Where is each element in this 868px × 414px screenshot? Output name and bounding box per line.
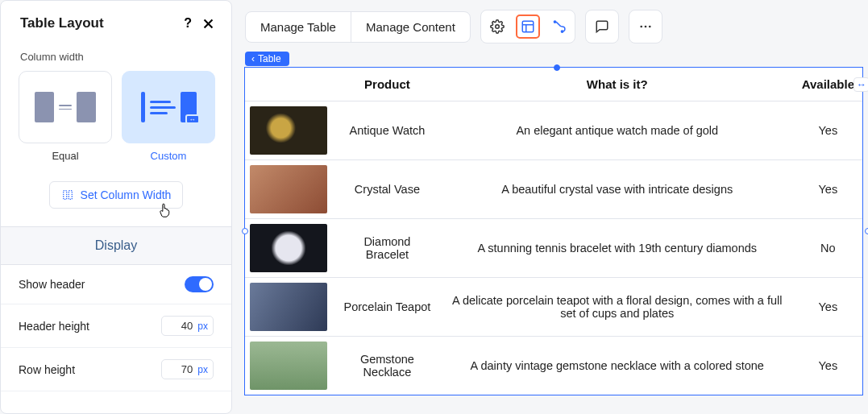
row-product: Gemstone Necklace xyxy=(334,337,441,395)
row-what: A beautiful crystal vase with intricate … xyxy=(441,160,794,219)
show-header-row: Show header xyxy=(1,265,231,304)
show-header-toggle[interactable] xyxy=(185,276,214,292)
svg-rect-1 xyxy=(69,191,72,200)
tab-manage-table[interactable]: Manage Table xyxy=(246,12,351,42)
row-thumbnail xyxy=(245,219,334,278)
svg-point-2 xyxy=(496,25,500,29)
row-thumbnail xyxy=(245,337,334,395)
close-icon[interactable] xyxy=(201,17,215,31)
panel-title: Table Layout xyxy=(20,15,104,31)
animate-icon[interactable] xyxy=(546,14,571,39)
svg-rect-0 xyxy=(63,191,66,200)
resize-width-icon[interactable]: ↔ xyxy=(853,77,868,92)
svg-point-4 xyxy=(554,21,555,23)
layout-icon[interactable] xyxy=(516,14,540,39)
table-header-row: Product What is it? Available xyxy=(245,68,862,101)
data-table: Product What is it? Available Antique Wa… xyxy=(245,68,862,395)
tool-icon-group xyxy=(480,10,575,43)
row-what: A delicate porcelain teapot with a flora… xyxy=(441,278,794,337)
row-what: An elegant antique watch made of gold xyxy=(441,101,794,160)
header-height-input[interactable]: px xyxy=(161,316,214,336)
row-thumbnail xyxy=(245,101,334,160)
table-row[interactable]: Diamond BraceletA stunning tennis bracel… xyxy=(245,219,862,278)
set-column-width-label: Set Column Width xyxy=(81,188,172,201)
width-option-custom-label: Custom xyxy=(151,150,187,162)
row-available: No xyxy=(794,219,862,278)
row-product: Diamond Bracelet xyxy=(334,219,441,278)
set-column-width-button[interactable]: Set Column Width xyxy=(49,181,184,209)
width-option-equal-label: Equal xyxy=(52,150,78,162)
table-row[interactable]: Antique WatchAn elegant antique watch ma… xyxy=(245,101,862,160)
col-what: What is it? xyxy=(441,68,794,101)
table-row[interactable]: Porcelain TeapotA delicate porcelain tea… xyxy=(245,278,862,337)
main-area: Manage Table Manage Content Table xyxy=(232,0,868,414)
selection-handle-right[interactable] xyxy=(865,228,868,234)
row-what: A dainty vintage gemstone necklace with … xyxy=(441,337,794,395)
table-row[interactable]: Gemstone NecklaceA dainty vintage gemsto… xyxy=(245,337,862,395)
table-layout-panel: Table Layout ? Column width Equal xyxy=(0,0,232,414)
svg-point-6 xyxy=(640,26,642,28)
row-height-label: Row height xyxy=(19,363,75,376)
row-product: Porcelain Teapot xyxy=(334,278,441,337)
row-height-row: Row height px xyxy=(1,348,231,391)
display-section-header: Display xyxy=(1,227,231,265)
width-option-equal[interactable]: Equal xyxy=(19,71,112,162)
panel-header: Table Layout ? xyxy=(1,1,231,43)
header-height-row: Header height px xyxy=(1,304,231,348)
manage-tabs: Manage Table Manage Content xyxy=(245,11,471,43)
row-thumbnail xyxy=(245,278,334,337)
width-option-custom[interactable]: Custom xyxy=(122,71,215,162)
col-available: Available xyxy=(794,68,862,101)
row-available: Yes xyxy=(794,278,862,337)
svg-point-8 xyxy=(649,26,651,28)
show-header-label: Show header xyxy=(19,278,85,291)
column-width-options: Equal Custom xyxy=(1,71,231,167)
svg-point-5 xyxy=(561,31,563,32)
unit-label: px xyxy=(197,321,208,332)
row-available: Yes xyxy=(794,101,862,160)
col-product: Product xyxy=(334,68,441,101)
row-available: Yes xyxy=(794,160,862,219)
svg-rect-3 xyxy=(522,21,534,32)
tab-manage-content[interactable]: Manage Content xyxy=(351,12,470,42)
breadcrumb-table[interactable]: Table xyxy=(245,52,289,66)
table-selection[interactable]: ↔ Product What is it? Available Antique … xyxy=(245,68,868,395)
row-product: Antique Watch xyxy=(334,101,441,160)
help-icon[interactable]: ? xyxy=(184,16,192,31)
header-height-label: Header height xyxy=(19,320,89,333)
selection-handle-top[interactable] xyxy=(554,64,560,71)
row-available: Yes xyxy=(794,337,862,395)
svg-point-7 xyxy=(645,26,647,28)
unit-label: px xyxy=(197,364,208,375)
toolbar: Manage Table Manage Content xyxy=(245,10,868,43)
selection-handle-left[interactable] xyxy=(242,228,248,234)
row-height-value[interactable] xyxy=(167,363,193,375)
comment-icon[interactable] xyxy=(590,14,614,39)
row-thumbnail xyxy=(245,160,334,219)
row-what: A stunning tennis bracelet with 19th cen… xyxy=(441,219,794,278)
settings-icon[interactable] xyxy=(485,14,509,39)
column-width-label: Column width xyxy=(1,43,231,71)
row-product: Crystal Vase xyxy=(334,160,441,219)
row-height-input[interactable]: px xyxy=(161,359,214,379)
more-icon[interactable] xyxy=(633,14,658,39)
table-row[interactable]: Crystal VaseA beautiful crystal vase wit… xyxy=(245,160,862,219)
header-height-value[interactable] xyxy=(167,320,193,332)
